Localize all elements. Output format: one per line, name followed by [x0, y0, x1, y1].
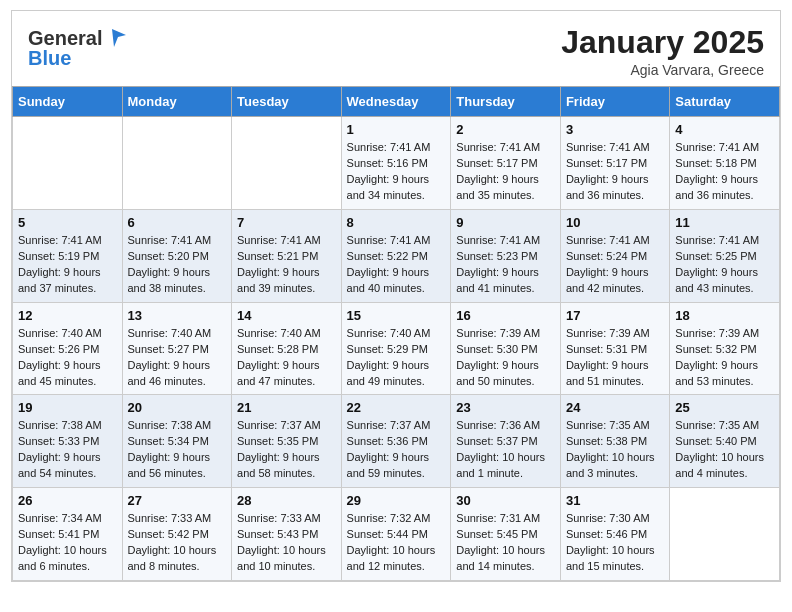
calendar-title: January 2025 [561, 25, 764, 60]
day-info: Sunrise: 7:41 AM Sunset: 5:23 PM Dayligh… [456, 233, 555, 297]
day-info: Sunrise: 7:41 AM Sunset: 5:22 PM Dayligh… [347, 233, 446, 297]
calendar-cell: 19Sunrise: 7:38 AM Sunset: 5:33 PM Dayli… [13, 395, 123, 488]
day-number: 8 [347, 215, 446, 230]
calendar-cell [670, 488, 780, 581]
day-number: 10 [566, 215, 664, 230]
header-monday: Monday [122, 87, 232, 117]
calendar-cell: 6Sunrise: 7:41 AM Sunset: 5:20 PM Daylig… [122, 209, 232, 302]
day-info: Sunrise: 7:36 AM Sunset: 5:37 PM Dayligh… [456, 418, 555, 482]
day-number: 2 [456, 122, 555, 137]
day-number: 30 [456, 493, 555, 508]
calendar-cell: 24Sunrise: 7:35 AM Sunset: 5:38 PM Dayli… [560, 395, 669, 488]
day-info: Sunrise: 7:41 AM Sunset: 5:16 PM Dayligh… [347, 140, 446, 204]
calendar-cell: 7Sunrise: 7:41 AM Sunset: 5:21 PM Daylig… [232, 209, 342, 302]
calendar-cell: 26Sunrise: 7:34 AM Sunset: 5:41 PM Dayli… [13, 488, 123, 581]
day-info: Sunrise: 7:37 AM Sunset: 5:36 PM Dayligh… [347, 418, 446, 482]
logo: General Blue [28, 25, 126, 70]
day-number: 9 [456, 215, 555, 230]
day-number: 3 [566, 122, 664, 137]
day-number: 5 [18, 215, 117, 230]
calendar-cell: 10Sunrise: 7:41 AM Sunset: 5:24 PM Dayli… [560, 209, 669, 302]
week-row-3: 12Sunrise: 7:40 AM Sunset: 5:26 PM Dayli… [13, 302, 780, 395]
calendar-cell: 8Sunrise: 7:41 AM Sunset: 5:22 PM Daylig… [341, 209, 451, 302]
logo-bird-icon [104, 25, 126, 47]
calendar-cell [13, 117, 123, 210]
day-number: 24 [566, 400, 664, 415]
day-number: 4 [675, 122, 774, 137]
day-number: 6 [128, 215, 227, 230]
day-number: 28 [237, 493, 336, 508]
day-info: Sunrise: 7:35 AM Sunset: 5:40 PM Dayligh… [675, 418, 774, 482]
week-row-1: 1Sunrise: 7:41 AM Sunset: 5:16 PM Daylig… [13, 117, 780, 210]
calendar-cell: 1Sunrise: 7:41 AM Sunset: 5:16 PM Daylig… [341, 117, 451, 210]
logo-blue: Blue [28, 47, 71, 70]
day-number: 12 [18, 308, 117, 323]
day-number: 29 [347, 493, 446, 508]
header-thursday: Thursday [451, 87, 561, 117]
day-number: 22 [347, 400, 446, 415]
day-info: Sunrise: 7:35 AM Sunset: 5:38 PM Dayligh… [566, 418, 664, 482]
day-info: Sunrise: 7:40 AM Sunset: 5:26 PM Dayligh… [18, 326, 117, 390]
day-number: 21 [237, 400, 336, 415]
calendar-cell: 21Sunrise: 7:37 AM Sunset: 5:35 PM Dayli… [232, 395, 342, 488]
day-number: 17 [566, 308, 664, 323]
day-info: Sunrise: 7:40 AM Sunset: 5:29 PM Dayligh… [347, 326, 446, 390]
calendar-cell: 3Sunrise: 7:41 AM Sunset: 5:17 PM Daylig… [560, 117, 669, 210]
day-info: Sunrise: 7:33 AM Sunset: 5:42 PM Dayligh… [128, 511, 227, 575]
day-info: Sunrise: 7:38 AM Sunset: 5:33 PM Dayligh… [18, 418, 117, 482]
calendar-cell: 16Sunrise: 7:39 AM Sunset: 5:30 PM Dayli… [451, 302, 561, 395]
calendar-cell: 11Sunrise: 7:41 AM Sunset: 5:25 PM Dayli… [670, 209, 780, 302]
day-info: Sunrise: 7:41 AM Sunset: 5:24 PM Dayligh… [566, 233, 664, 297]
calendar-cell: 29Sunrise: 7:32 AM Sunset: 5:44 PM Dayli… [341, 488, 451, 581]
day-number: 20 [128, 400, 227, 415]
calendar-cell: 14Sunrise: 7:40 AM Sunset: 5:28 PM Dayli… [232, 302, 342, 395]
calendar-cell: 27Sunrise: 7:33 AM Sunset: 5:42 PM Dayli… [122, 488, 232, 581]
calendar-table: Sunday Monday Tuesday Wednesday Thursday… [12, 86, 780, 581]
calendar-cell: 30Sunrise: 7:31 AM Sunset: 5:45 PM Dayli… [451, 488, 561, 581]
week-row-2: 5Sunrise: 7:41 AM Sunset: 5:19 PM Daylig… [13, 209, 780, 302]
day-number: 11 [675, 215, 774, 230]
calendar-cell: 5Sunrise: 7:41 AM Sunset: 5:19 PM Daylig… [13, 209, 123, 302]
day-number: 23 [456, 400, 555, 415]
day-info: Sunrise: 7:41 AM Sunset: 5:17 PM Dayligh… [566, 140, 664, 204]
week-row-4: 19Sunrise: 7:38 AM Sunset: 5:33 PM Dayli… [13, 395, 780, 488]
header-wednesday: Wednesday [341, 87, 451, 117]
day-info: Sunrise: 7:41 AM Sunset: 5:19 PM Dayligh… [18, 233, 117, 297]
day-number: 1 [347, 122, 446, 137]
calendar-cell: 15Sunrise: 7:40 AM Sunset: 5:29 PM Dayli… [341, 302, 451, 395]
day-info: Sunrise: 7:41 AM Sunset: 5:21 PM Dayligh… [237, 233, 336, 297]
day-number: 25 [675, 400, 774, 415]
calendar-cell [232, 117, 342, 210]
day-info: Sunrise: 7:39 AM Sunset: 5:32 PM Dayligh… [675, 326, 774, 390]
day-number: 13 [128, 308, 227, 323]
day-number: 7 [237, 215, 336, 230]
calendar-cell: 13Sunrise: 7:40 AM Sunset: 5:27 PM Dayli… [122, 302, 232, 395]
calendar-cell: 17Sunrise: 7:39 AM Sunset: 5:31 PM Dayli… [560, 302, 669, 395]
day-info: Sunrise: 7:31 AM Sunset: 5:45 PM Dayligh… [456, 511, 555, 575]
calendar-cell: 25Sunrise: 7:35 AM Sunset: 5:40 PM Dayli… [670, 395, 780, 488]
day-info: Sunrise: 7:41 AM Sunset: 5:20 PM Dayligh… [128, 233, 227, 297]
logo-general: General [28, 27, 102, 49]
weekday-header-row: Sunday Monday Tuesday Wednesday Thursday… [13, 87, 780, 117]
calendar-cell: 2Sunrise: 7:41 AM Sunset: 5:17 PM Daylig… [451, 117, 561, 210]
day-number: 18 [675, 308, 774, 323]
day-info: Sunrise: 7:40 AM Sunset: 5:27 PM Dayligh… [128, 326, 227, 390]
header-friday: Friday [560, 87, 669, 117]
day-number: 27 [128, 493, 227, 508]
day-info: Sunrise: 7:34 AM Sunset: 5:41 PM Dayligh… [18, 511, 117, 575]
day-info: Sunrise: 7:32 AM Sunset: 5:44 PM Dayligh… [347, 511, 446, 575]
day-info: Sunrise: 7:33 AM Sunset: 5:43 PM Dayligh… [237, 511, 336, 575]
calendar-subtitle: Agia Varvara, Greece [561, 62, 764, 78]
day-info: Sunrise: 7:37 AM Sunset: 5:35 PM Dayligh… [237, 418, 336, 482]
header-saturday: Saturday [670, 87, 780, 117]
svg-marker-0 [112, 29, 126, 47]
calendar-cell: 18Sunrise: 7:39 AM Sunset: 5:32 PM Dayli… [670, 302, 780, 395]
calendar-cell: 23Sunrise: 7:36 AM Sunset: 5:37 PM Dayli… [451, 395, 561, 488]
day-info: Sunrise: 7:39 AM Sunset: 5:30 PM Dayligh… [456, 326, 555, 390]
calendar-cell: 20Sunrise: 7:38 AM Sunset: 5:34 PM Dayli… [122, 395, 232, 488]
calendar-cell: 31Sunrise: 7:30 AM Sunset: 5:46 PM Dayli… [560, 488, 669, 581]
day-info: Sunrise: 7:41 AM Sunset: 5:18 PM Dayligh… [675, 140, 774, 204]
header-sunday: Sunday [13, 87, 123, 117]
calendar-cell: 22Sunrise: 7:37 AM Sunset: 5:36 PM Dayli… [341, 395, 451, 488]
day-number: 16 [456, 308, 555, 323]
